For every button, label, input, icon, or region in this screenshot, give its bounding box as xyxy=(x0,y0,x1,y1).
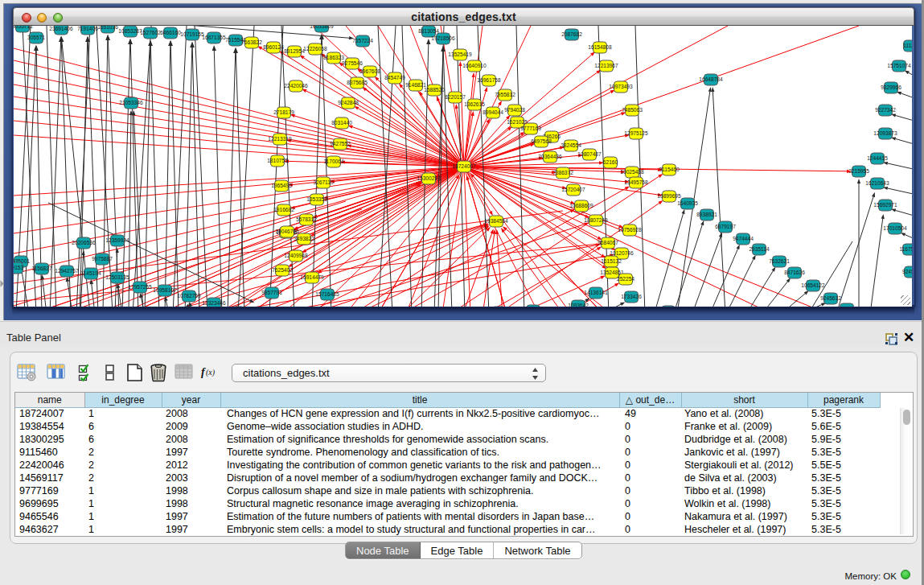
svg-text:2967608: 2967608 xyxy=(359,68,380,74)
svg-text:1156827: 1156827 xyxy=(31,266,52,271)
svg-text:1244415: 1244415 xyxy=(867,155,888,161)
svg-text:12942757: 12942757 xyxy=(55,268,79,274)
svg-text:1353359: 1353359 xyxy=(306,196,327,202)
svg-text:9474444: 9474444 xyxy=(733,236,754,241)
svg-text:62160: 62160 xyxy=(603,159,618,165)
svg-text:15692971: 15692971 xyxy=(873,202,897,208)
svg-text:8186323: 8186323 xyxy=(323,55,344,60)
svg-text:4055712: 4055712 xyxy=(14,26,33,29)
svg-text:19384554: 19384554 xyxy=(484,218,508,224)
svg-text:8994044: 8994044 xyxy=(483,109,503,115)
svg-text:2718179: 2718179 xyxy=(273,109,294,115)
svg-text:8471626: 8471626 xyxy=(784,270,805,275)
svg-text:1916682: 1916682 xyxy=(273,207,294,212)
svg-text:8960124: 8960124 xyxy=(263,44,284,50)
svg-text:11123: 11123 xyxy=(903,43,912,48)
svg-text:9115460: 9115460 xyxy=(659,167,680,172)
svg-text:9227342: 9227342 xyxy=(875,107,896,113)
svg-text:9794028: 9794028 xyxy=(504,107,525,113)
svg-text:1362615: 1362615 xyxy=(464,101,485,107)
svg-text:12359924: 12359924 xyxy=(105,237,129,243)
svg-text:1093642: 1093642 xyxy=(568,303,589,307)
svg-text:9975887: 9975887 xyxy=(92,256,113,262)
svg-text:18807249: 18807249 xyxy=(584,217,608,223)
svg-text:12975125: 12975125 xyxy=(624,130,648,136)
svg-text:9684067: 9684067 xyxy=(598,240,618,245)
svg-text:39153: 39153 xyxy=(14,265,23,270)
svg-text:21053346: 21053346 xyxy=(119,100,143,105)
svg-text:2935114: 2935114 xyxy=(749,246,770,252)
svg-text:8220157: 8220157 xyxy=(445,94,466,100)
svg-text:5578312: 5578312 xyxy=(296,216,317,222)
svg-text:10719155: 10719155 xyxy=(180,31,204,37)
svg-text:12226058: 12226058 xyxy=(303,46,327,51)
svg-text:12409948: 12409948 xyxy=(284,253,308,258)
svg-text:19218506: 19218506 xyxy=(431,35,455,41)
svg-text:15751074: 15751074 xyxy=(887,63,911,68)
svg-text:1588520: 1588520 xyxy=(424,87,445,93)
svg-text:15720407: 15720407 xyxy=(561,187,585,192)
svg-text:10782759: 10782759 xyxy=(177,293,201,299)
svg-text:8813054: 8813054 xyxy=(418,28,439,34)
svg-text:12503135: 12503135 xyxy=(105,274,129,280)
svg-text:12213967: 12213967 xyxy=(594,63,618,68)
svg-text:6497568: 6497568 xyxy=(531,138,552,144)
svg-text:10120746: 10120746 xyxy=(610,250,634,256)
svg-text:16210643: 16210643 xyxy=(865,180,889,186)
svg-text:23691406: 23691406 xyxy=(49,26,73,31)
svg-text:9427552: 9427552 xyxy=(330,141,351,146)
svg-text:10688609: 10688609 xyxy=(569,203,593,208)
svg-text:13525419: 13525419 xyxy=(448,51,472,57)
svg-text:7625402: 7625402 xyxy=(272,267,293,273)
svg-text:17957255: 17957255 xyxy=(128,284,152,290)
svg-text:7955812: 7955812 xyxy=(495,92,515,97)
svg-text:924502: 924502 xyxy=(902,269,912,274)
svg-text:1527602: 1527602 xyxy=(140,30,161,35)
svg-text:8031440: 8031440 xyxy=(331,120,352,126)
svg-text:22420046: 22420046 xyxy=(284,83,308,89)
svg-text:(x): (x) xyxy=(206,368,216,377)
svg-text:1640935: 1640935 xyxy=(677,200,698,206)
svg-text:1651036: 1651036 xyxy=(97,26,118,30)
svg-text:10958107: 10958107 xyxy=(153,287,177,293)
svg-text:12093873: 12093873 xyxy=(873,130,897,136)
svg-text:18724007: 18724007 xyxy=(452,163,476,169)
svg-text:9275546: 9275546 xyxy=(342,60,363,66)
svg-text:16033809: 16033809 xyxy=(310,26,334,29)
svg-text:10046766: 10046766 xyxy=(275,229,299,234)
svg-text:1167533: 1167533 xyxy=(899,246,912,252)
svg-text:15716485: 15716485 xyxy=(315,291,339,297)
svg-text:16154808: 16154808 xyxy=(588,44,612,50)
svg-text:3493822: 3493822 xyxy=(294,236,314,241)
svg-text:8912954: 8912954 xyxy=(284,48,305,54)
svg-text:2087682: 2087682 xyxy=(561,31,582,37)
svg-text:10853287: 10853287 xyxy=(118,28,142,34)
svg-text:20364436: 20364436 xyxy=(538,154,562,159)
svg-text:6466160: 6466160 xyxy=(160,30,181,35)
svg-text:10807487: 10807487 xyxy=(577,151,602,157)
svg-text:305571: 305571 xyxy=(27,35,45,40)
svg-text:7485063: 7485063 xyxy=(622,107,643,113)
svg-text:1170064: 1170064 xyxy=(323,159,344,164)
svg-text:7191406: 7191406 xyxy=(77,26,98,31)
svg-text:1810755: 1810755 xyxy=(267,158,288,163)
svg-text:1965495: 1965495 xyxy=(271,183,292,188)
svg-text:10654122: 10654122 xyxy=(801,282,825,288)
svg-text:3267110: 3267110 xyxy=(313,179,334,185)
svg-text:16648784: 16648784 xyxy=(699,76,723,82)
svg-text:1733426: 1733426 xyxy=(621,294,642,299)
svg-text:8454749: 8454749 xyxy=(384,75,405,80)
svg-text:6879197: 6879197 xyxy=(715,224,736,229)
svg-text:8938921: 8938921 xyxy=(696,212,717,217)
svg-text:9242848: 9242848 xyxy=(338,100,359,105)
svg-text:10973493: 10973493 xyxy=(609,84,633,89)
svg-text:16671355: 16671355 xyxy=(202,35,226,40)
svg-text:1615132: 1615132 xyxy=(601,258,622,264)
svg-text:7632621: 7632621 xyxy=(769,258,790,264)
svg-text:3215955: 3215955 xyxy=(848,168,869,174)
svg-text:9857791: 9857791 xyxy=(261,290,282,295)
svg-text:7386372: 7386372 xyxy=(552,170,573,175)
svg-text:1145194: 1145194 xyxy=(80,270,101,276)
svg-text:13495758: 13495758 xyxy=(624,179,648,185)
svg-text:8793643: 8793643 xyxy=(836,306,857,307)
